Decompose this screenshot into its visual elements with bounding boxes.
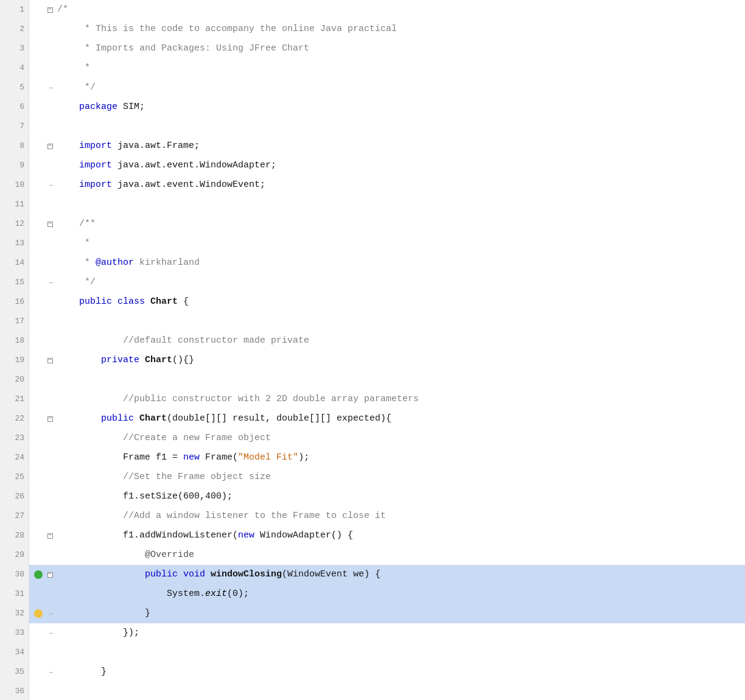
line-number: 6	[0, 97, 29, 117]
code-line: − f1.addWindowListener(new WindowAdapter…	[29, 526, 745, 545]
code-line: * Imports and Packages: Using JFree Char…	[29, 39, 745, 58]
line-number: 29	[0, 545, 29, 565]
code-editor: 1234567891011121314151617181920212223242…	[0, 0, 745, 700]
code-text	[55, 117, 745, 136]
code-line: −/*	[29, 0, 745, 19]
code-line	[29, 682, 745, 700]
code-text: }	[55, 604, 745, 623]
line-number: 1	[0, 0, 29, 19]
code-line: */	[29, 273, 745, 292]
fold-gutter: −	[45, 533, 55, 539]
code-line: package SIM;	[29, 97, 745, 117]
line-number: 32	[0, 604, 29, 623]
line-number: 19	[0, 351, 29, 370]
code-text: System.exit(0);	[55, 584, 745, 604]
code-line: //default constructor made private	[29, 331, 745, 351]
fold-open-icon[interactable]: −	[47, 222, 53, 227]
line-number: 27	[0, 506, 29, 526]
code-text: */	[55, 273, 745, 292]
line-number: 17	[0, 312, 29, 331]
line-number: 36	[0, 682, 29, 700]
code-text: public void windowClosing(WindowEvent we…	[55, 565, 745, 584]
code-line: @Override	[29, 545, 745, 565]
line-number: 3	[0, 39, 29, 58]
code-line: //Set the Frame object size	[29, 467, 745, 487]
fold-gutter: −	[45, 7, 55, 13]
code-line: }	[29, 662, 745, 682]
line-number: 26	[0, 487, 29, 506]
line-number: 35	[0, 662, 29, 682]
line-number: 10	[0, 175, 29, 195]
code-line: }	[29, 604, 745, 623]
code-text: import java.awt.event.WindowAdapter;	[55, 156, 745, 175]
fold-open-icon[interactable]: −	[47, 572, 53, 578]
line-number: 8	[0, 136, 29, 156]
code-text: //public constructor with 2 2D double ar…	[55, 390, 745, 409]
code-line: import java.awt.event.WindowAdapter;	[29, 156, 745, 175]
line-number: 14	[0, 253, 29, 273]
code-line: import java.awt.event.WindowEvent;	[29, 175, 745, 195]
code-text	[55, 312, 745, 331]
code-text: * This is the code to accompany the onli…	[55, 19, 745, 39]
code-text: Frame f1 = new Frame("Model Fit");	[55, 448, 745, 467]
code-line: − /**	[29, 214, 745, 234]
line-number: 22	[0, 409, 29, 429]
code-text: public Chart(double[][] result, double[]…	[55, 409, 745, 429]
line-number: 12	[0, 214, 29, 234]
fold-open-icon[interactable]: −	[47, 358, 53, 363]
code-text: private Chart(){}	[55, 351, 745, 370]
code-content-area[interactable]: −/* * This is the code to accompany the …	[29, 0, 745, 700]
line-number: 9	[0, 156, 29, 175]
line-number: 33	[0, 623, 29, 643]
fold-open-icon[interactable]: −	[47, 416, 53, 422]
debug-dot[interactable]	[34, 570, 43, 579]
fold-open-icon[interactable]: −	[47, 533, 53, 539]
line-number: 21	[0, 390, 29, 409]
code-text: f1.setSize(600,400);	[55, 487, 745, 506]
code-line: − import java.awt.Frame;	[29, 136, 745, 156]
line-number: 31	[0, 584, 29, 604]
code-line	[29, 195, 745, 214]
code-line: //Create a new Frame object	[29, 429, 745, 448]
code-line: *	[29, 58, 745, 78]
code-line	[29, 370, 745, 390]
code-text: @Override	[55, 545, 745, 565]
code-text: import java.awt.Frame;	[55, 136, 745, 156]
code-text: f1.addWindowListener(new WindowAdapter()…	[55, 526, 745, 545]
line-number: 25	[0, 467, 29, 487]
warning-dot[interactable]	[34, 609, 43, 618]
code-text	[55, 195, 745, 214]
line-number: 16	[0, 292, 29, 312]
code-text: * @author kirkharland	[55, 253, 745, 273]
code-text: import java.awt.event.WindowEvent;	[55, 175, 745, 195]
code-line: });	[29, 623, 745, 643]
code-text: }	[55, 662, 745, 682]
code-text: //Add a window listener to the Frame to …	[55, 506, 745, 526]
line-number: 7	[0, 117, 29, 136]
debug-area	[34, 609, 45, 618]
code-line: − private Chart(){}	[29, 351, 745, 370]
code-line: public class Chart {	[29, 292, 745, 312]
line-number: 23	[0, 429, 29, 448]
code-text: /*	[55, 0, 745, 19]
fold-open-icon[interactable]: −	[47, 144, 53, 149]
code-line: f1.setSize(600,400);	[29, 487, 745, 506]
code-text: package SIM;	[55, 97, 745, 117]
line-numbers: 1234567891011121314151617181920212223242…	[0, 0, 29, 700]
fold-open-icon[interactable]: −	[47, 7, 53, 13]
code-line: //Add a window listener to the Frame to …	[29, 506, 745, 526]
line-number: 11	[0, 195, 29, 214]
fold-gutter: −	[45, 144, 55, 149]
code-text: *	[55, 234, 745, 253]
line-number: 13	[0, 234, 29, 253]
code-text: public class Chart {	[55, 292, 745, 312]
code-line: * This is the code to accompany the onli…	[29, 19, 745, 39]
code-line	[29, 117, 745, 136]
code-text: /**	[55, 214, 745, 234]
line-number: 18	[0, 331, 29, 351]
code-text: * Imports and Packages: Using JFree Char…	[55, 39, 745, 58]
fold-gutter: −	[45, 358, 55, 363]
code-line: //public constructor with 2 2D double ar…	[29, 390, 745, 409]
line-number: 34	[0, 643, 29, 662]
code-text	[55, 370, 745, 390]
